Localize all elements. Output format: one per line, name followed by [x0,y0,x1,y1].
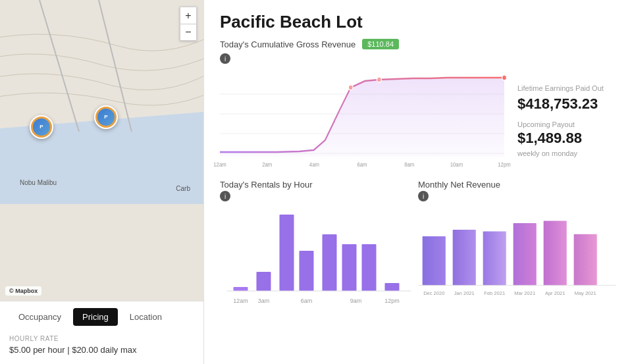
revenue-info-icon[interactable]: i [220,53,230,64]
monthly-chart-svg: Dec 2020 Jan 2021 Feb 2021 Mar 2021 Apr … [418,205,616,307]
svg-text:6am: 6am [301,298,313,304]
upcoming-payout-label: Upcoming Payout [517,120,616,128]
map-controls: + − [180,7,197,41]
svg-text:4am: 4am [309,161,319,168]
zoom-out-button[interactable]: − [180,24,197,41]
svg-text:Mar 2021: Mar 2021 [514,290,535,296]
hourly-rate-label: HOURLY RATE [9,335,194,342]
zoom-in-button[interactable]: + [180,7,197,24]
svg-rect-31 [423,236,446,285]
svg-text:Dec 2020: Dec 2020 [423,290,444,296]
svg-text:8am: 8am [404,161,414,168]
svg-rect-36 [574,234,597,286]
svg-rect-22 [342,244,357,291]
revenue-label: Today's Cumulative Gross Revenue [220,39,356,49]
tabs-container: Occupancy Pricing Location [9,308,194,326]
lifetime-earnings-panel: Lifetime Earnings Paid Out $418,753.23 U… [504,68,616,173]
svg-rect-32 [453,230,476,285]
svg-rect-35 [544,221,567,286]
payout-schedule: weekly on monday [517,149,616,157]
carb-label: Carb [176,185,190,192]
svg-text:Apr 2021: Apr 2021 [545,290,566,296]
revenue-header: Today's Cumulative Gross Revenue $110.84 [220,39,616,49]
svg-text:Jan 2021: Jan 2021 [454,290,475,296]
marker-1-inner: P [33,118,50,136]
tab-pricing[interactable]: Pricing [73,308,118,326]
lot-title: Pacific Beach Lot [220,12,616,32]
svg-point-7 [348,85,353,90]
lifetime-earnings-amount: $418,753.23 [517,95,616,113]
map-marker-2[interactable]: P [94,105,118,129]
svg-rect-23 [362,244,377,291]
svg-rect-17 [234,287,248,291]
line-chart-container: 12am 2am 4am 6am 8am 10am 12pm [220,68,504,173]
svg-text:9am: 9am [350,298,362,304]
svg-rect-33 [483,231,506,285]
revenue-badge: $110.84 [362,39,399,49]
right-panel: Pacific Beach Lot Today's Cumulative Gro… [204,0,632,364]
nobu-malibu-label: Nobu Malibu [20,179,57,186]
svg-text:May 2021: May 2021 [575,290,596,296]
svg-text:3am: 3am [258,298,270,304]
rentals-info-icon[interactable]: i [220,191,230,201]
svg-rect-18 [257,272,271,291]
monthly-bar-chart: Dec 2020 Jan 2021 Feb 2021 Mar 2021 Apr … [418,205,616,311]
svg-text:12pm: 12pm [498,161,510,168]
marker-2-inner: P [97,109,115,126]
hourly-rentals-section: Today's Rentals by Hour i [220,180,418,357]
monthly-title: Monthly Net Revenue [418,180,616,190]
mapbox-logo: © Mapbox [5,286,41,296]
svg-rect-19 [280,215,294,291]
svg-rect-20 [300,251,314,291]
lifetime-earnings-label: Lifetime Earnings Paid Out [517,84,616,93]
upcoming-payout-amount: $1,489.88 [517,130,616,147]
hourly-chart-svg: 12am 3am 6am 9am 12pm [220,205,418,307]
bottom-charts-row: Today's Rentals by Hour i [220,180,616,357]
pricing-section: HOURLY RATE $5.00 per hour | $20.00 dail… [0,326,203,364]
map-marker-1[interactable]: P [30,115,53,139]
rentals-title: Today's Rentals by Hour [220,180,418,190]
map-container: P P Nobu Malibu Carb + − © Mapbox [0,0,203,301]
svg-text:10am: 10am [450,161,463,168]
svg-text:12am: 12am [233,298,248,304]
top-chart-row: 12am 2am 4am 6am 8am 10am 12pm Lifetime … [220,68,616,173]
topo-svg [0,0,203,197]
monthly-info-icon[interactable]: i [418,191,429,201]
left-panel: P P Nobu Malibu Carb + − © Mapbox Occupa… [0,0,204,364]
svg-text:12am: 12am [213,161,226,168]
map-background: P P Nobu Malibu Carb + − © Mapbox [0,0,203,301]
svg-text:Feb 2021: Feb 2021 [484,290,505,296]
svg-rect-24 [385,283,400,291]
line-chart-svg: 12am 2am 4am 6am 8am 10am 12pm [220,68,504,170]
svg-rect-21 [323,234,337,291]
hourly-bar-chart: 12am 3am 6am 9am 12pm [220,205,418,311]
svg-text:6am: 6am [357,161,367,168]
tabs-area: Occupancy Pricing Location [0,301,203,326]
tab-occupancy[interactable]: Occupancy [9,308,70,326]
svg-text:2am: 2am [262,161,272,168]
svg-text:12pm: 12pm [384,298,400,304]
hourly-rate-value: $5.00 per hour | $20.00 daily max [9,345,194,355]
tab-location[interactable]: Location [120,308,171,326]
svg-line-1 [40,0,79,132]
svg-rect-34 [514,223,537,285]
monthly-revenue-section: Monthly Net Revenue i [418,180,616,357]
svg-point-9 [502,75,507,80]
svg-point-8 [377,77,381,82]
